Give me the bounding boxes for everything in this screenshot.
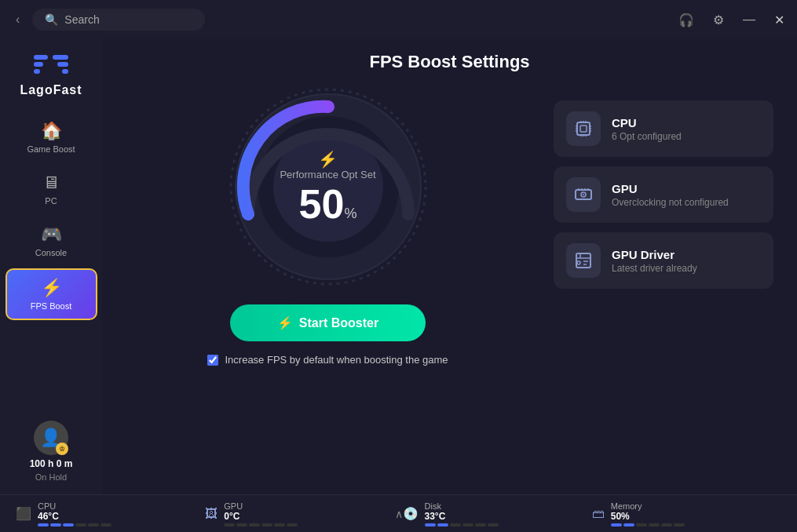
content-area: FPS Boost Settings	[102, 39, 797, 494]
support-icon[interactable]: 🎧	[675, 9, 697, 31]
status-gpu-progress	[224, 523, 298, 527]
search-icon: 🔍	[45, 13, 58, 26]
gpu-driver-card-icon	[566, 243, 601, 278]
svg-rect-2	[53, 55, 68, 60]
gauge-label: Performance Opt Set	[280, 169, 375, 180]
prog-seg	[63, 523, 74, 527]
status-chevron-up[interactable]: ∧	[395, 508, 403, 520]
gpu-title: GPU	[612, 182, 729, 195]
svg-rect-11	[580, 126, 587, 132]
prog-seg	[38, 523, 49, 527]
avatar: 👤 ♔	[34, 421, 68, 455]
gpu-card-text: GPU Overclocking not configured	[612, 182, 729, 208]
prog-seg	[287, 523, 298, 527]
prog-seg	[249, 523, 260, 527]
minimize-button[interactable]: —	[740, 9, 759, 30]
gpu-driver-card-text: GPU Driver Latest driver already	[612, 248, 697, 274]
console-label: Console	[35, 248, 67, 257]
prog-seg	[224, 523, 235, 527]
status-gpu-icon: 🖼	[205, 507, 218, 521]
status-gpu-label: GPU	[224, 501, 298, 511]
start-bolt-icon: ⚡	[277, 315, 293, 330]
user-status: On Hold	[35, 472, 67, 482]
status-cpu-info: CPU 46°C	[38, 501, 112, 527]
console-icon: 🎮	[41, 224, 62, 245]
gauge-center: ⚡ Performance Opt Set 50%	[280, 150, 375, 224]
gauge-number: 50	[299, 181, 345, 227]
status-disk-icon: 💿	[403, 506, 419, 521]
prog-seg	[623, 523, 634, 527]
prog-seg	[462, 523, 473, 527]
logo-area: LagoFast	[20, 52, 82, 97]
status-disk-progress	[425, 523, 499, 527]
sidebar-item-console[interactable]: 🎮 Console	[5, 217, 97, 265]
status-item-gpu: 🖼 GPU 0°C	[205, 501, 394, 527]
fps-checkbox-label: Increase FPS by default when boosting th…	[225, 354, 448, 366]
logo-icon	[32, 52, 70, 77]
pc-icon: 🖥	[42, 173, 60, 193]
gpu-card[interactable]: GPU Overclocking not configured	[554, 166, 773, 223]
title-bar: ‹ 🔍 Search 🎧 ⚙ — ✕	[0, 0, 797, 39]
status-memory-value: 50%	[611, 511, 685, 522]
close-button[interactable]: ✕	[771, 9, 788, 31]
start-booster-button[interactable]: ⚡ Start Booster	[230, 304, 426, 341]
cpu-title: CPU	[612, 116, 682, 129]
cpu-card-text: CPU 6 Opt configured	[612, 116, 682, 142]
status-item-memory: 🗃 Memory 50%	[592, 501, 781, 527]
cpu-subtitle: 6 Opt configured	[612, 131, 682, 142]
status-cpu-label: CPU	[38, 501, 112, 511]
app-container: ‹ 🔍 Search 🎧 ⚙ — ✕	[0, 0, 797, 532]
fps-checkbox[interactable]	[207, 355, 218, 366]
title-bar-left: ‹ 🔍 Search	[9, 9, 205, 31]
gauge-unit: %	[344, 206, 356, 221]
sidebar-item-fps-boost[interactable]: ⚡ FPS Boost	[5, 268, 97, 320]
prog-seg	[88, 523, 99, 527]
status-disk-label: Disk	[425, 501, 499, 511]
status-gpu-value: 0°C	[224, 511, 298, 522]
prog-seg	[261, 523, 272, 527]
user-area: 👤 ♔ 100 h 0 m On Hold	[30, 421, 73, 482]
prog-seg	[236, 523, 247, 527]
sidebar-item-pc[interactable]: 🖥 PC	[5, 165, 97, 213]
prog-seg	[50, 523, 61, 527]
nav-items: 🏠 Game Boost 🖥 PC 🎮 Console ⚡ FPS Boost	[0, 113, 102, 320]
status-memory-icon: 🗃	[592, 507, 605, 521]
prog-seg	[636, 523, 647, 527]
sidebar-item-game-boost[interactable]: 🏠 Game Boost	[5, 113, 97, 162]
status-cpu-icon: ⬛	[16, 506, 31, 521]
svg-rect-5	[62, 69, 68, 74]
svg-rect-1	[34, 62, 43, 67]
back-button[interactable]: ‹	[9, 9, 26, 30]
gpu-subtitle: Overclocking not configured	[612, 197, 729, 208]
sidebar: LagoFast 🏠 Game Boost 🖥 PC 🎮 Console ⚡	[0, 39, 102, 494]
cpu-card-icon	[566, 111, 601, 146]
fps-boost-label: FPS Boost	[31, 301, 72, 311]
gpu-driver-title: GPU Driver	[612, 248, 697, 261]
status-gpu-info: GPU 0°C	[224, 501, 298, 527]
title-bar-right: 🎧 ⚙ — ✕	[675, 9, 788, 31]
gauge-value-display: 50%	[280, 184, 375, 224]
settings-icon[interactable]: ⚙	[710, 9, 727, 31]
prog-seg	[425, 523, 436, 527]
prog-seg	[450, 523, 461, 527]
status-item-disk: 💿 Disk 33°C	[403, 501, 592, 527]
cpu-card[interactable]: CPU 6 Opt configured	[554, 100, 773, 157]
status-item-cpu: ⬛ CPU 46°C	[16, 501, 205, 527]
main-layout: LagoFast 🏠 Game Boost 🖥 PC 🎮 Console ⚡	[0, 39, 797, 494]
gpu-driver-card[interactable]: GPU Driver Latest driver already	[554, 232, 773, 289]
fps-checkbox-row: Increase FPS by default when boosting th…	[207, 354, 448, 366]
svg-rect-0	[34, 55, 48, 60]
status-memory-progress	[611, 523, 685, 527]
gauge-container: ⚡ Performance Opt Set 50%	[226, 85, 430, 289]
status-disk-info: Disk 33°C	[425, 501, 499, 527]
search-bar[interactable]: 🔍 Search	[32, 9, 205, 31]
start-label: Start Booster	[299, 316, 378, 330]
prog-seg	[437, 523, 448, 527]
svg-rect-3	[57, 62, 68, 67]
gauge-bolt-icon: ⚡	[280, 150, 375, 169]
page-title: FPS Boost Settings	[126, 52, 773, 72]
status-memory-label: Memory	[611, 501, 685, 511]
status-cpu-value: 46°C	[38, 511, 112, 522]
prog-seg	[649, 523, 660, 527]
svg-point-34	[577, 261, 580, 264]
